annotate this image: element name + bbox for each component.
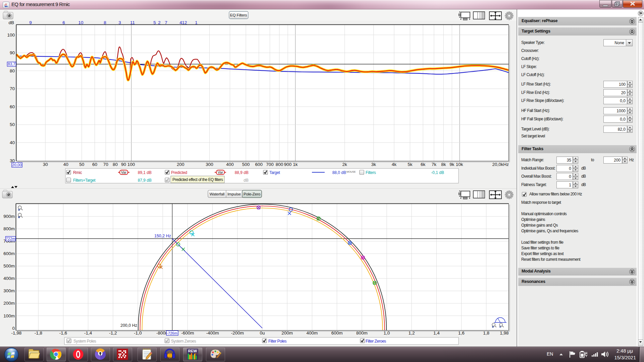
svg-text:70: 70	[10, 86, 15, 91]
svg-text:3k: 3k	[371, 162, 376, 167]
svg-text:500m: 500m	[3, 263, 15, 268]
svg-text:-0,1 dB: -0,1 dB	[431, 170, 444, 175]
svg-text:-726m: -726m	[167, 331, 177, 335]
svg-text:Predicted effect of the EQ fil: Predicted effect of the EQ filters	[172, 177, 223, 182]
svg-text:300: 300	[206, 162, 213, 167]
svg-text:700: 700	[266, 162, 274, 167]
svg-text:150,2 Hz: 150,2 Hz	[154, 234, 171, 238]
svg-text:600m: 600m	[331, 330, 343, 336]
svg-text:90: 90	[121, 162, 126, 167]
svg-text:500: 500	[242, 162, 250, 167]
svg-text:11: 11	[130, 20, 135, 25]
svg-text:20,0kHz: 20,0kHz	[492, 162, 509, 167]
svg-text:Waterfall: Waterfall	[210, 192, 224, 196]
svg-text:Rmic: Rmic	[73, 170, 82, 175]
svg-text:Filter Zeroes: Filter Zeroes	[366, 339, 386, 344]
svg-text:200m: 200m	[281, 330, 293, 336]
svg-text:-1,8: -1,8	[35, 330, 42, 336]
svg-text:1: 1	[195, 20, 198, 25]
svg-text:600: 600	[255, 162, 263, 167]
svg-text:System Poles: System Poles	[73, 339, 96, 344]
svg-text:100: 100	[127, 162, 135, 167]
svg-text:-1,4: -1,4	[84, 330, 92, 336]
svg-text:100m: 100m	[3, 313, 15, 318]
svg-text:0u: 0u	[260, 330, 265, 336]
svg-text:8k: 8k	[441, 162, 446, 167]
svg-text:80: 80	[10, 68, 15, 73]
svg-text:-1,2: -1,2	[109, 330, 117, 336]
svg-text:1,8: 1,8	[483, 330, 489, 336]
svg-text:100: 100	[7, 33, 15, 38]
svg-text:83,7: 83,7	[8, 62, 15, 66]
svg-text:EQ Filters: EQ Filters	[230, 13, 247, 17]
svg-text:Predicted: Predicted	[171, 170, 187, 175]
svg-text:12: 12	[182, 20, 187, 25]
svg-text:88,9 dB: 88,9 dB	[235, 170, 249, 175]
svg-text:5: 5	[153, 20, 156, 25]
svg-text:System Zeroes: System Zeroes	[171, 339, 196, 344]
svg-text:40: 40	[10, 140, 15, 145]
svg-text:dB: dB	[244, 178, 249, 183]
svg-text:800: 800	[276, 162, 283, 167]
svg-text:20,00: 20,00	[12, 163, 22, 167]
svg-text:Pole-Zero: Pole-Zero	[244, 192, 261, 196]
svg-text:Var: Var	[121, 170, 127, 174]
svg-text:88,0 dB: 88,0 dB	[332, 170, 346, 175]
svg-text:Filters: Filters	[366, 170, 376, 175]
svg-text:dB: dB	[8, 20, 14, 25]
svg-text:70: 70	[103, 162, 108, 167]
svg-text:400: 400	[226, 162, 234, 167]
svg-text:30: 30	[10, 158, 15, 163]
svg-text:300m: 300m	[3, 288, 15, 293]
svg-text:89,1 dB: 89,1 dB	[138, 170, 152, 175]
svg-text:2: 2	[158, 20, 161, 25]
svg-text:2k: 2k	[342, 162, 347, 167]
svg-text:Filters+Target: Filters+Target	[73, 178, 96, 183]
svg-text:600m: 600m	[3, 251, 15, 256]
svg-text:Target: Target	[269, 170, 280, 175]
svg-text:-400m: -400m	[206, 330, 219, 336]
svg-text:400m: 400m	[307, 330, 318, 336]
svg-text:87,9 dB: 87,9 dB	[138, 178, 152, 183]
svg-text:7: 7	[165, 20, 167, 25]
svg-text:-200m: -200m	[231, 330, 244, 336]
svg-text:5k: 5k	[408, 162, 413, 167]
svg-text:1,98: 1,98	[500, 330, 508, 336]
svg-text:40: 40	[63, 162, 68, 167]
svg-text:900m: 900m	[3, 214, 15, 219]
svg-text:50: 50	[79, 162, 84, 167]
svg-text:4k: 4k	[392, 162, 397, 167]
svg-text:9: 9	[29, 20, 32, 25]
svg-text:-600m: -600m	[181, 330, 194, 336]
svg-text:200m: 200m	[3, 301, 15, 306]
svg-text:7k: 7k	[432, 162, 437, 167]
svg-text:50: 50	[10, 122, 15, 127]
svg-text:900: 900	[284, 162, 292, 167]
svg-text:60: 60	[92, 162, 97, 167]
svg-text:200,0 Hz: 200,0 Hz	[120, 323, 137, 328]
svg-text:9k: 9k	[449, 162, 454, 167]
svg-text:6: 6	[62, 20, 65, 25]
svg-text:10k: 10k	[456, 162, 463, 167]
svg-text:1,0: 1,0	[384, 330, 390, 336]
svg-text:-1,0: -1,0	[134, 330, 142, 336]
svg-text:-1,6: -1,6	[59, 330, 67, 336]
svg-text:Impulse: Impulse	[227, 192, 241, 196]
svg-text:8: 8	[104, 20, 106, 25]
svg-text:90: 90	[10, 50, 15, 55]
svg-text:200: 200	[177, 162, 184, 167]
svg-text:-1,98: -1,98	[11, 330, 22, 336]
svg-text:1k: 1k	[293, 162, 298, 167]
svg-text:MOUSE: MOUSE	[346, 170, 356, 173]
svg-text:3: 3	[118, 20, 121, 25]
svg-text:0: 0	[12, 326, 15, 331]
svg-text:10: 10	[78, 20, 83, 25]
svg-text:800m: 800m	[356, 330, 368, 336]
svg-text:1,2: 1,2	[409, 330, 415, 336]
svg-text:30: 30	[43, 162, 48, 167]
svg-text:80: 80	[113, 162, 118, 167]
svg-text:Filter Poles: Filter Poles	[268, 339, 287, 344]
svg-text:400m: 400m	[3, 276, 15, 281]
svg-text:Var: Var	[218, 170, 223, 174]
svg-text:1,6: 1,6	[458, 330, 465, 336]
